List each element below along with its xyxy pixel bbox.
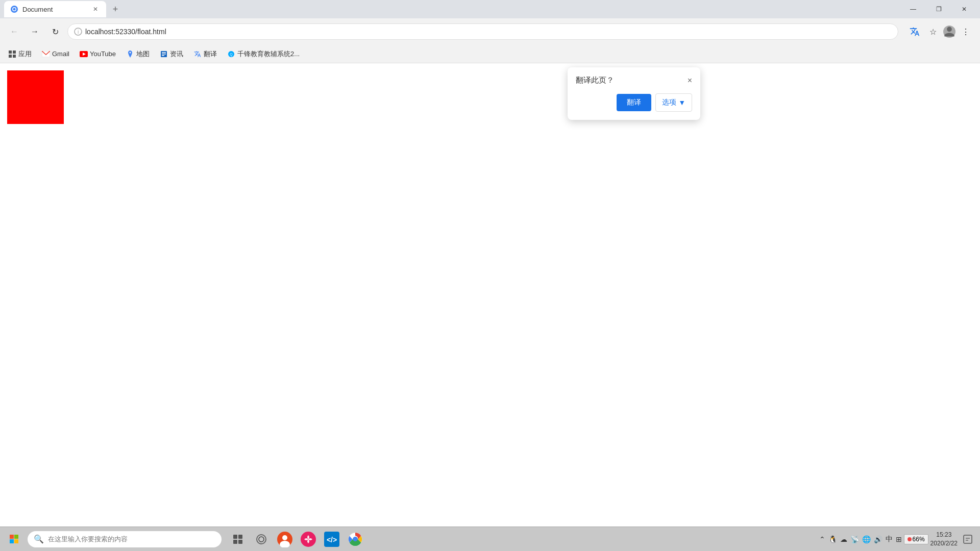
avatar-icon bbox=[943, 26, 955, 38]
taskbar: 🔍 bbox=[0, 527, 980, 551]
svg-rect-5 bbox=[9, 51, 12, 54]
bookmark-gmail[interactable]: Gmail bbox=[38, 48, 74, 60]
battery-percentage: 66% bbox=[913, 536, 925, 543]
chevron-up-icon[interactable]: ⌃ bbox=[819, 535, 825, 543]
taskbar-search[interactable]: 🔍 bbox=[28, 531, 222, 547]
search-icon: 🔍 bbox=[34, 534, 44, 544]
tray-icon-3[interactable]: 📡 bbox=[850, 535, 859, 543]
svg-text:i: i bbox=[78, 29, 79, 35]
taskbar-search-input[interactable] bbox=[48, 535, 215, 543]
chrome-taskbar-icon bbox=[348, 532, 363, 547]
youtube-icon bbox=[80, 50, 88, 58]
tray-icon-1[interactable]: 🐧 bbox=[828, 535, 837, 543]
task-view-icon bbox=[232, 534, 243, 545]
security-icon: i bbox=[74, 28, 82, 36]
bookmark-translate[interactable]: 翻译 bbox=[189, 47, 221, 61]
taskbar-petal-app[interactable] bbox=[297, 528, 320, 550]
taskbar-vscode[interactable]: </> bbox=[321, 528, 343, 550]
translate-bk-icon bbox=[193, 50, 202, 58]
svg-rect-13 bbox=[162, 52, 166, 53]
bookmark-gmail-label: Gmail bbox=[52, 50, 69, 58]
svg-rect-15 bbox=[162, 55, 164, 56]
cortana-icon bbox=[256, 534, 266, 544]
avatar[interactable] bbox=[943, 26, 955, 38]
language-indicator[interactable]: 中 bbox=[886, 535, 893, 544]
svg-point-2 bbox=[13, 8, 16, 11]
clock-date: 2020/2/22 bbox=[930, 539, 958, 548]
taskbar-center-icons: </> bbox=[227, 528, 366, 550]
taskbar-right: ⌃ 🐧 ☁ 📡 🌐 🔊 中 ⊞ 66% 15:23 2020/2/22 bbox=[819, 531, 978, 548]
bookmark-maps[interactable]: 地图 bbox=[122, 47, 154, 61]
window-controls: — ❐ ✕ bbox=[901, 0, 976, 18]
bookmark-news[interactable]: 资讯 bbox=[156, 47, 187, 61]
bookmark-apps[interactable]: 应用 bbox=[4, 47, 36, 61]
battery-status-dot bbox=[908, 537, 912, 541]
svg-rect-7 bbox=[9, 55, 12, 58]
cortana-button[interactable] bbox=[250, 528, 273, 550]
petal-icon bbox=[300, 531, 316, 547]
news-icon bbox=[160, 50, 168, 58]
notification-icon bbox=[963, 534, 973, 544]
translate-popup-buttons: 翻译 选项 ▼ bbox=[576, 93, 692, 112]
new-tab-button[interactable]: + bbox=[108, 2, 122, 16]
svg-rect-32 bbox=[964, 535, 972, 543]
reload-button[interactable]: ↻ bbox=[47, 23, 63, 40]
svg-rect-18 bbox=[233, 535, 237, 539]
svg-point-31 bbox=[353, 537, 357, 541]
tab-favicon bbox=[10, 5, 18, 13]
system-clock[interactable]: 15:23 2020/2/22 bbox=[930, 531, 958, 548]
red-float-box bbox=[7, 70, 64, 124]
svg-point-24 bbox=[282, 535, 287, 540]
svg-rect-6 bbox=[13, 51, 16, 54]
svg-rect-19 bbox=[238, 535, 242, 539]
svg-point-22 bbox=[259, 537, 264, 542]
bookmark-maps-label: 地图 bbox=[136, 49, 150, 59]
maximize-button[interactable]: ❐ bbox=[927, 0, 950, 18]
svg-rect-14 bbox=[162, 54, 166, 55]
translate-button[interactable] bbox=[906, 23, 923, 40]
translate-popup-header: 翻译此页？ × bbox=[576, 76, 692, 85]
back-button[interactable]: ← bbox=[6, 23, 22, 40]
forward-button[interactable]: → bbox=[27, 23, 43, 40]
svg-rect-21 bbox=[238, 540, 242, 544]
translate-confirm-button[interactable]: 翻译 bbox=[617, 94, 651, 111]
gmail-icon bbox=[42, 50, 50, 58]
maps-icon bbox=[126, 50, 134, 58]
task-view-button[interactable] bbox=[227, 528, 249, 550]
bookmark-button[interactable]: ☆ bbox=[925, 23, 941, 40]
battery-indicator[interactable]: 66% bbox=[904, 534, 928, 544]
url-bar[interactable]: i localhost:52330/float.html bbox=[67, 23, 898, 40]
tray-icon-2[interactable]: ☁ bbox=[840, 535, 847, 543]
network-icon[interactable]: 🌐 bbox=[862, 535, 871, 543]
system-tray: ⌃ 🐧 ☁ 📡 🌐 🔊 中 ⊞ bbox=[819, 535, 902, 544]
tab-close-button[interactable]: ✕ bbox=[91, 5, 100, 14]
start-button[interactable] bbox=[2, 527, 27, 552]
toolbar-right: ☆ ⋮ bbox=[906, 23, 974, 40]
layout-icon[interactable]: ⊞ bbox=[896, 535, 902, 543]
svg-rect-20 bbox=[233, 540, 237, 544]
svg-text:Q: Q bbox=[230, 53, 233, 57]
notification-button[interactable] bbox=[960, 531, 976, 547]
vscode-icon: </> bbox=[324, 532, 339, 547]
close-button[interactable]: ✕ bbox=[952, 0, 976, 18]
menu-button[interactable]: ⋮ bbox=[958, 23, 974, 40]
active-tab[interactable]: Document ✕ bbox=[4, 1, 106, 17]
minimize-button[interactable]: — bbox=[901, 0, 925, 18]
bookmark-youtube-label: YouTube bbox=[90, 50, 116, 58]
taskbar-chrome[interactable] bbox=[344, 528, 366, 550]
translate-popup-close-button[interactable]: × bbox=[688, 76, 692, 85]
translate-options-button[interactable]: 选项 ▼ bbox=[655, 93, 692, 112]
svg-rect-8 bbox=[13, 55, 16, 58]
volume-icon[interactable]: 🔊 bbox=[874, 535, 883, 543]
bookmark-apps-label: 应用 bbox=[18, 49, 32, 59]
taskbar-app-avatar[interactable] bbox=[274, 528, 296, 550]
tab-title: Document bbox=[22, 6, 87, 13]
bookmarks-bar: 应用 Gmail YouTube 地图 bbox=[0, 45, 980, 63]
svg-text:</>: </> bbox=[327, 536, 337, 544]
bookmark-youtube[interactable]: YouTube bbox=[76, 48, 120, 60]
bookmark-qianfeng-label: 千锋教育教辅系统2... bbox=[237, 49, 300, 59]
clock-time: 15:23 bbox=[930, 531, 958, 539]
translate-popup: 翻译此页？ × 翻译 选项 ▼ bbox=[568, 67, 700, 120]
bookmark-qianfeng[interactable]: Q 千锋教育教辅系统2... bbox=[223, 47, 304, 61]
grid-icon bbox=[8, 50, 16, 58]
